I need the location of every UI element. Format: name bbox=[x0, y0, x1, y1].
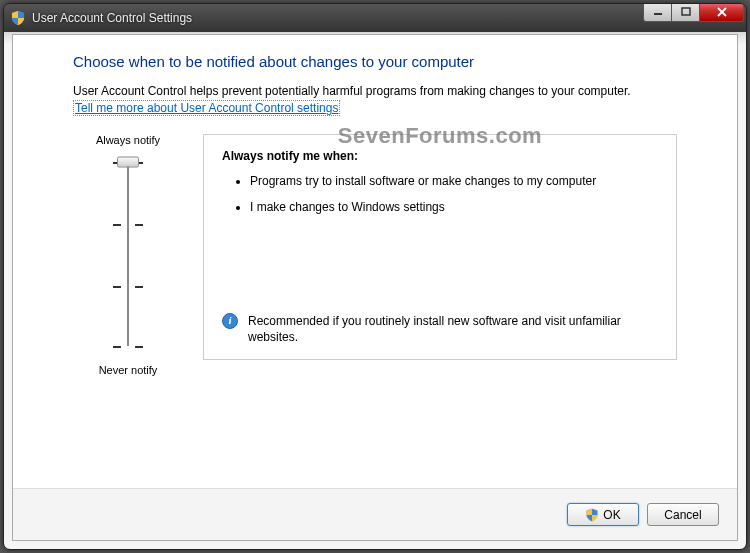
recommendation-row: i Recommended if you routinely install n… bbox=[222, 313, 658, 345]
watermark-text: SevenForums.com bbox=[204, 123, 676, 149]
intro-text: User Account Control helps prevent poten… bbox=[73, 84, 677, 98]
close-button[interactable] bbox=[699, 3, 744, 22]
ok-button-label: OK bbox=[603, 508, 620, 522]
help-link[interactable]: Tell me more about User Account Control … bbox=[73, 100, 340, 116]
titlebar[interactable]: User Account Control Settings bbox=[4, 4, 746, 32]
shield-icon bbox=[585, 508, 599, 522]
ok-button[interactable]: OK bbox=[567, 503, 639, 526]
slider-label-never: Never notify bbox=[73, 364, 183, 376]
window-title: User Account Control Settings bbox=[32, 11, 192, 25]
notification-level-slider[interactable] bbox=[98, 154, 158, 354]
svg-rect-1 bbox=[682, 8, 690, 15]
level-description-panel: SevenForums.com Always notify me when: P… bbox=[203, 134, 677, 360]
minimize-button[interactable] bbox=[643, 3, 672, 22]
page-heading: Choose when to be notified about changes… bbox=[73, 53, 677, 70]
level-bullet: Programs try to install software or make… bbox=[250, 173, 658, 189]
cancel-button[interactable]: Cancel bbox=[647, 503, 719, 526]
slider-track bbox=[127, 162, 129, 346]
svg-rect-0 bbox=[654, 13, 662, 15]
level-bullet: I make changes to Windows settings bbox=[250, 199, 658, 215]
client-area: Choose when to be notified about changes… bbox=[12, 34, 738, 541]
shield-icon bbox=[10, 10, 26, 26]
slider-thumb[interactable] bbox=[117, 157, 139, 168]
info-icon: i bbox=[222, 313, 238, 329]
dialog-footer: OK Cancel bbox=[13, 489, 737, 540]
uac-settings-window: User Account Control Settings Choose whe… bbox=[3, 3, 747, 550]
level-bullet-list: Programs try to install software or make… bbox=[222, 173, 658, 225]
slider-label-always: Always notify bbox=[73, 134, 183, 146]
cancel-button-label: Cancel bbox=[664, 508, 701, 522]
level-heading: Always notify me when: bbox=[222, 149, 658, 163]
recommendation-text: Recommended if you routinely install new… bbox=[248, 313, 658, 345]
maximize-button[interactable] bbox=[671, 3, 700, 22]
